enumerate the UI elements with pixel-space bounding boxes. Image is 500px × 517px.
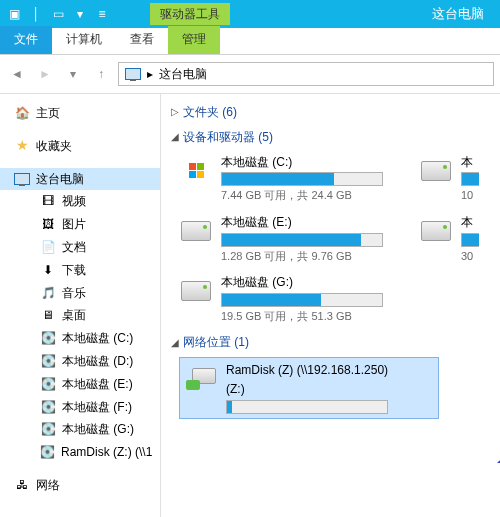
nav-child-item[interactable]: 💽本地磁盘 (C:) [0,327,160,350]
nav-child-icon: 🖥 [40,308,56,324]
folder-icon: ▣ [6,6,22,23]
nav-child-item[interactable]: 💽本地磁盘 (E:) [0,373,160,396]
chevron-down-icon: ◢ [171,336,179,350]
nav-child-item[interactable]: ⬇下载 [0,259,160,282]
drive-item[interactable]: 本10 [419,154,479,204]
drive-capacity-bar [221,293,383,307]
qat-properties-icon[interactable]: ▭ [50,6,66,23]
navigation-pane: 🏠 主页 ★ 收藏夹 这台电脑 🎞视频🖼图片📄文档⬇下载🎵音乐🖥桌面💽本地磁盘 … [0,94,161,517]
chevron-right-icon: ▷ [171,105,179,119]
group-netloc[interactable]: ◢ 网络位置 (1) [171,330,500,355]
star-icon: ★ [14,138,30,154]
nav-child-label: 本地磁盘 (C:) [62,330,133,347]
drive-icon [181,281,211,301]
drive-label: 本地磁盘 (G:) [221,274,399,291]
nav-child-icon: 💽 [40,445,55,461]
group-label: 文件夹 (6) [183,104,237,121]
nav-child-item[interactable]: 📄文档 [0,236,160,259]
qat-dropdown-icon[interactable]: ▾ [72,6,88,23]
nav-child-item[interactable]: 🎵音乐 [0,282,160,305]
drive-label: 本 [461,214,479,231]
drive-item[interactable]: 本地磁盘 (E:)1.28 GB 可用，共 9.76 GB [179,214,399,264]
network-drive-letter: (Z:) [226,381,434,398]
forward-button[interactable]: ► [34,63,56,85]
nav-thispc[interactable]: 这台电脑 [0,168,160,191]
nav-child-label: 本地磁盘 (G:) [62,421,134,438]
nav-child-icon: ⬇ [40,262,56,278]
tab-file[interactable]: 文件 [0,26,52,54]
nav-child-icon: 🎵 [40,285,56,301]
window-title: 这台电脑 [432,5,484,23]
nav-child-icon: 💽 [40,331,56,347]
nav-child-label: 下载 [62,262,86,279]
network-drive-label: RamDisk (Z) (\\192.168.1.250) [226,362,434,379]
nav-network[interactable]: 🖧 网络 [0,474,160,497]
drive-label: 本地磁盘 (E:) [221,214,399,231]
nav-label: 这台电脑 [36,171,84,188]
qat-more-icon[interactable]: ≡ [94,6,110,23]
thispc-icon [125,68,141,80]
drive-capacity-text: 10 [461,188,479,203]
nav-child-icon: 📄 [40,239,56,255]
divider-icon: │ [28,6,44,23]
group-devices[interactable]: ◢ 设备和驱动器 (5) [171,125,500,150]
nav-child-item[interactable]: 💽本地磁盘 (G:) [0,418,160,441]
window-titlebar: ▣ │ ▭ ▾ ≡ 驱动器工具 这台电脑 [0,0,500,28]
address-location: 这台电脑 [159,66,207,83]
drive-icon [421,221,451,241]
windows-logo-icon [189,163,204,178]
nav-child-label: 视频 [62,193,86,210]
nav-label: 主页 [36,105,60,122]
nav-child-icon: 💽 [40,353,56,369]
address-sep: ▸ [147,66,153,83]
nav-child-icon: 🎞 [40,194,56,210]
chevron-down-icon: ◢ [171,130,179,144]
nav-child-label: 图片 [62,216,86,233]
back-button[interactable]: ◄ [6,63,28,85]
tab-computer[interactable]: 计算机 [52,26,116,54]
drive-label: 本 [461,154,479,171]
network-drive-item[interactable]: RamDisk (Z) (\\192.168.1.250) (Z:) [179,357,439,419]
group-label: 网络位置 (1) [183,334,249,351]
home-icon: 🏠 [14,105,30,121]
drive-item[interactable]: 本30 [419,214,479,264]
drive-label: 本地磁盘 (C:) [221,154,399,171]
up-button[interactable]: ↑ [90,63,112,85]
nav-child-icon: 🖼 [40,217,56,233]
nav-child-icon: 💽 [40,399,56,415]
drive-item[interactable]: 本地磁盘 (G:)19.5 GB 可用，共 51.3 GB [179,274,399,324]
nav-child-label: 桌面 [62,307,86,324]
drive-capacity-text: 1.28 GB 可用，共 9.76 GB [221,249,399,264]
nav-child-item[interactable]: 🖥桌面 [0,304,160,327]
network-icon: 🖧 [14,477,30,493]
nav-home[interactable]: 🏠 主页 [0,102,160,125]
nav-child-icon: 💽 [40,376,56,392]
nav-child-item[interactable]: 💽本地磁盘 (D:) [0,350,160,373]
tab-manage[interactable]: 管理 [168,26,220,54]
nav-child-item[interactable]: 💽本地磁盘 (F:) [0,396,160,419]
nav-child-item[interactable]: 🎞视频 [0,190,160,213]
nav-favorites[interactable]: ★ 收藏夹 [0,135,160,158]
recent-locations-button[interactable]: ▾ [62,63,84,85]
nav-label: 收藏夹 [36,138,72,155]
nav-child-label: 本地磁盘 (F:) [62,399,132,416]
drives-container: 本地磁盘 (C:)7.44 GB 可用，共 24.4 GB本10本地磁盘 (E:… [171,150,500,331]
annotation-arrow [491,359,500,469]
nav-child-item[interactable]: 🖼图片 [0,213,160,236]
nav-child-item[interactable]: 💽RamDisk (Z:) (\\1 [0,441,160,464]
drive-capacity-bar [221,172,383,186]
drive-capacity-text: 30 [461,249,479,264]
drive-capacity-text: 7.44 GB 可用，共 24.4 GB [221,188,399,203]
tab-view[interactable]: 查看 [116,26,168,54]
nav-label: 网络 [36,477,60,494]
network-drive-capacity-bar [226,400,388,414]
drive-item[interactable]: 本地磁盘 (C:)7.44 GB 可用，共 24.4 GB [179,154,399,204]
nav-child-label: 文档 [62,239,86,256]
monitor-icon [14,171,30,187]
group-folders[interactable]: ▷ 文件夹 (6) [171,100,500,125]
ribbon-tabs: 文件 计算机 查看 管理 [0,28,500,55]
nav-child-label: RamDisk (Z:) (\\1 [61,444,152,461]
address-bar[interactable]: ▸ 这台电脑 [118,62,494,86]
nav-child-label: 本地磁盘 (D:) [62,353,133,370]
nav-child-label: 音乐 [62,285,86,302]
